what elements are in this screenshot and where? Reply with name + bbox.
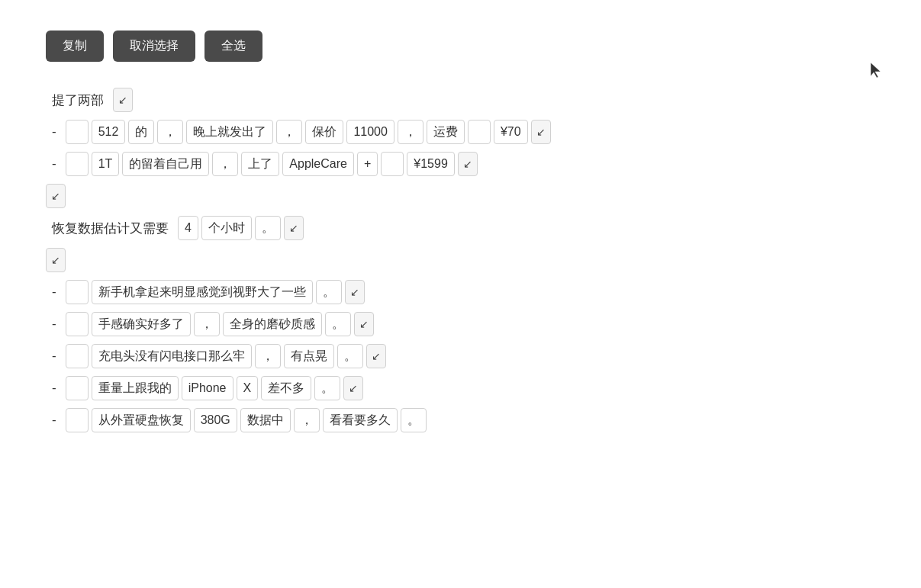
word-token: 手感确实好多了 [92, 312, 191, 336]
word-token: 。 [255, 216, 281, 240]
word-token: 的 [128, 120, 154, 144]
word-token: 新手机拿起来明显感觉到视野大了一些 [92, 280, 313, 304]
word-token: 个小时 [201, 216, 252, 240]
plain-text-token: - [46, 408, 63, 432]
word-token: ， [398, 120, 423, 144]
copy-button[interactable]: 复制 [46, 31, 104, 62]
text-row: 恢复数据估计又需要4个小时。↙ [46, 216, 875, 240]
arrow-token: ↙ [531, 120, 551, 144]
word-token: ， [276, 120, 302, 144]
word-token: ， [294, 408, 320, 432]
arrow-token: ↙ [458, 152, 478, 176]
word-token: 。 [337, 344, 363, 368]
empty-token [381, 152, 404, 176]
arrow-token: ↙ [345, 280, 365, 304]
plain-text-token: - [46, 120, 63, 144]
arrow-token: ↙ [113, 88, 133, 112]
word-token: AppleCare [282, 152, 354, 176]
empty-token [66, 312, 89, 336]
word-token: ¥70 [494, 120, 528, 144]
arrow-token: ↙ [46, 184, 66, 208]
word-token: 晚上就发出了 [186, 120, 273, 144]
word-token: 11000 [346, 120, 394, 144]
empty-token [468, 120, 491, 144]
word-token: 数据中 [240, 408, 291, 432]
cursor-icon [868, 61, 883, 82]
word-token: 380G [194, 408, 237, 432]
plain-text-token: 提了两部 [46, 88, 110, 112]
word-token: 差不多 [261, 376, 311, 400]
word-token: 。 [316, 280, 342, 304]
word-token: 512 [92, 120, 126, 144]
word-token: 。 [314, 376, 340, 400]
text-row: -新手机拿起来明显感觉到视野大了一些。↙ [46, 280, 875, 304]
word-token: + [357, 152, 378, 176]
word-token: 。 [401, 408, 427, 432]
empty-token [66, 344, 89, 368]
toolbar: 复制 取消选择 全选 [46, 31, 875, 62]
word-token: ¥1599 [407, 152, 455, 176]
select-all-button[interactable]: 全选 [204, 31, 262, 62]
arrow-token: ↙ [284, 216, 304, 240]
arrow-token: ↙ [366, 344, 386, 368]
text-row: ↙ [46, 184, 875, 208]
word-token: ， [255, 344, 281, 368]
text-row: 提了两部↙ [46, 88, 875, 112]
word-token: X [237, 376, 259, 400]
plain-text-token: - [46, 344, 63, 368]
word-token: 保价 [305, 120, 343, 144]
empty-token [66, 376, 89, 400]
word-token: 的留着自己用 [122, 152, 209, 176]
arrow-token: ↙ [354, 312, 374, 336]
text-row: -重量上跟我的iPhoneX差不多。↙ [46, 376, 875, 400]
empty-token [66, 280, 89, 304]
content-area: 提了两部↙-512的，晚上就发出了，保价11000，运费¥70↙-1T的留着自己… [46, 86, 875, 434]
plain-text-token: - [46, 152, 63, 176]
plain-text-token: - [46, 312, 63, 336]
word-token: 运费 [427, 120, 465, 144]
arrow-token: ↙ [343, 376, 363, 400]
plain-text-token: - [46, 376, 63, 400]
word-token: 1T [92, 152, 120, 176]
word-token: 4 [178, 216, 198, 240]
plain-text-token: 恢复数据估计又需要 [46, 216, 175, 240]
empty-token [66, 152, 89, 176]
empty-token [66, 120, 89, 144]
arrow-token: ↙ [46, 248, 66, 272]
text-row: -手感确实好多了，全身的磨砂质感。↙ [46, 312, 875, 336]
word-token: 充电头没有闪电接口那么牢 [92, 344, 252, 368]
word-token: iPhone [182, 376, 233, 400]
text-row: -512的，晚上就发出了，保价11000，运费¥70↙ [46, 120, 875, 144]
word-token: 。 [325, 312, 351, 336]
text-row: -从外置硬盘恢复380G数据中，看看要多久。 [46, 408, 875, 432]
word-token: 重量上跟我的 [92, 376, 179, 400]
word-token: 看看要多久 [323, 408, 398, 432]
deselect-button[interactable]: 取消选择 [113, 31, 195, 62]
empty-token [66, 408, 89, 432]
text-row: ↙ [46, 248, 875, 272]
word-token: 有点晃 [284, 344, 334, 368]
word-token: ， [157, 120, 183, 144]
word-token: ， [194, 312, 220, 336]
plain-text-token: - [46, 280, 63, 304]
text-row: -1T的留着自己用，上了AppleCare+¥1599↙ [46, 152, 875, 176]
word-token: 全身的磨砂质感 [223, 312, 322, 336]
text-row: -充电头没有闪电接口那么牢，有点晃。↙ [46, 344, 875, 368]
word-token: ， [212, 152, 238, 176]
word-token: 从外置硬盘恢复 [92, 408, 191, 432]
word-token: 上了 [241, 152, 279, 176]
